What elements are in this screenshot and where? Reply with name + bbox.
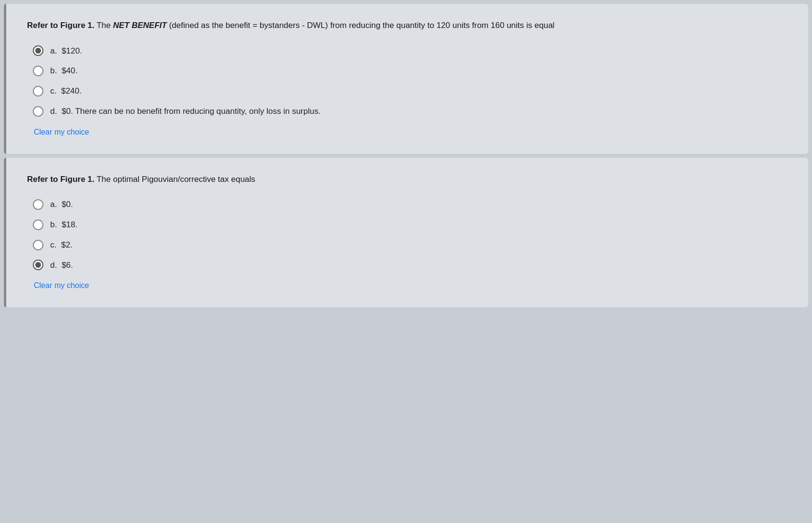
q2-radio-d-inner (35, 262, 41, 268)
left-accent-1 (4, 4, 6, 154)
q2-option-c[interactable]: c. $2. (33, 239, 785, 251)
q2-option-d[interactable]: d. $6. (33, 260, 785, 271)
q2-radio-b[interactable] (33, 220, 43, 230)
q1-radio-c[interactable] (33, 86, 43, 96)
q1-options-list: a. $120. b. $40. c. $240. d. $0. There c (33, 45, 785, 117)
q2-option-d-label: d. $6. (50, 260, 73, 271)
q2-option-a[interactable]: a. $0. (33, 199, 785, 210)
q1-prefix: Refer to Figure 1. (27, 21, 95, 30)
q2-radio-c[interactable] (33, 240, 43, 250)
q2-option-b-label: b. $18. (50, 219, 78, 231)
q1-text-part: The (95, 21, 113, 30)
q2-option-c-label: c. $2. (50, 239, 72, 251)
q1-clear-choice[interactable]: Clear my choice (34, 128, 89, 137)
q1-option-c[interactable]: c. $240. (33, 85, 785, 97)
q2-prefix: Refer to Figure 1. (27, 175, 95, 184)
q1-option-b-label: b. $40. (50, 65, 78, 77)
q2-option-a-label: a. $0. (50, 199, 73, 210)
q2-clear-choice[interactable]: Clear my choice (34, 281, 89, 290)
q1-radio-a-inner (35, 48, 41, 54)
q2-radio-d[interactable] (33, 260, 43, 270)
q1-radio-d[interactable] (33, 106, 43, 117)
q1-option-b[interactable]: b. $40. (33, 65, 785, 77)
question-1-text: Refer to Figure 1. The NET BENEFIT (defi… (27, 19, 785, 32)
q1-option-d[interactable]: d. $0. There can be no benefit from redu… (33, 106, 785, 117)
q2-option-b[interactable]: b. $18. (33, 219, 785, 231)
q1-option-a[interactable]: a. $120. (33, 45, 785, 57)
q1-rest: (defined as the benefit = bystanders - D… (167, 21, 555, 30)
question-1-card: Refer to Figure 1. The NET BENEFIT (defi… (4, 4, 808, 154)
question-2-card: Refer to Figure 1. The optimal Pigouvian… (4, 158, 808, 308)
q2-text: The optimal Pigouvian/corrective tax equ… (95, 175, 255, 184)
left-accent-2 (4, 158, 6, 308)
q1-radio-a[interactable] (33, 45, 43, 56)
question-2-text: Refer to Figure 1. The optimal Pigouvian… (27, 173, 785, 186)
q1-option-c-label: c. $240. (50, 85, 82, 97)
q1-italic: NET BENEFIT (113, 21, 166, 30)
q2-options-list: a. $0. b. $18. c. $2. (33, 199, 785, 271)
q2-radio-a[interactable] (33, 199, 43, 210)
page-container: Refer to Figure 1. The NET BENEFIT (defi… (0, 0, 812, 523)
q1-option-d-label: d. $0. There can be no benefit from redu… (50, 106, 321, 117)
q1-radio-b[interactable] (33, 66, 43, 76)
q1-option-a-label: a. $120. (50, 45, 82, 57)
